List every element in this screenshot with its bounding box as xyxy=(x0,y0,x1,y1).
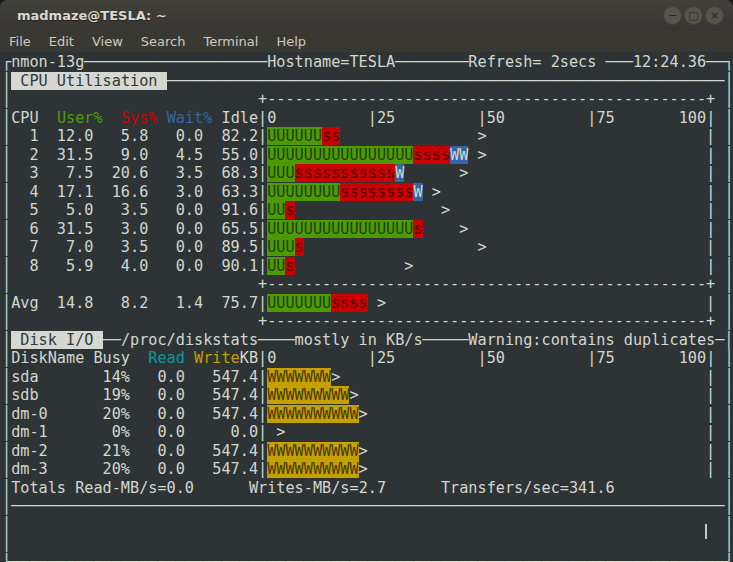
menu-edit[interactable]: Edit xyxy=(40,34,83,49)
terminal-line: │ 4 17.1 16.6 3.0 63.3|UUUUUUUUssssssssW… xyxy=(2,183,733,202)
terminal-line: │sda 14% 0.0 547.4|WWWWWWW> | │ xyxy=(2,368,733,387)
terminal-line: │Totals Read-MB/s=0.0 Writes-MB/s=2.7 Tr… xyxy=(2,479,733,498)
close-icon: × xyxy=(710,9,719,22)
terminal-line: │ 8 5.9 4.0 0.0 90.1|UUs > | │ xyxy=(2,257,733,276)
terminal-line: │ Disk I/O ──/proc/diskstats────mostly i… xyxy=(2,331,733,350)
terminal-screen[interactable]: ┌nmon-13g────────────────────Hostname=TE… xyxy=(0,52,733,562)
menu-help[interactable]: Help xyxy=(267,34,315,49)
terminal-line: │Avg 14.8 8.2 1.4 75.7|UUUUUUUssss > | │ xyxy=(2,294,733,313)
terminal-line: │───────────────────────────────────────… xyxy=(2,497,733,516)
menu-search[interactable]: Search xyxy=(132,34,195,49)
maximize-button[interactable]: □ xyxy=(684,6,703,25)
terminal-line: └───────────────────────────────────────… xyxy=(2,553,733,562)
terminal-window: madmaze@TESLA: ~ − □ × File Edit View Se… xyxy=(0,0,733,562)
maximize-icon: □ xyxy=(688,9,698,22)
menu-terminal[interactable]: Terminal xyxy=(194,34,267,49)
terminal-line: │sdb 19% 0.0 547.4|WWWWWWWWW> | │ xyxy=(2,386,733,405)
title-bar[interactable]: madmaze@TESLA: ~ − □ × xyxy=(0,0,733,31)
window-title: madmaze@TESLA: ~ xyxy=(17,8,167,23)
terminal-line: │dm-2 21% 0.0 547.4|WWWWWWWWWW> | │ xyxy=(2,442,733,461)
terminal-line: │ 7 7.0 3.5 0.0 89.5|UUUs > | │ xyxy=(2,238,733,257)
terminal-line: │dm-1 0% 0.0 0.0| > | │ xyxy=(2,423,733,442)
window-controls: − □ × xyxy=(663,6,724,25)
menu-bar: File Edit View Search Terminal Help xyxy=(0,31,733,52)
terminal-line: │dm-3 20% 0.0 547.4|WWWWWWWWWW> | │ xyxy=(2,460,733,479)
menu-view[interactable]: View xyxy=(83,34,132,49)
terminal-line: │ 5 5.0 3.5 0.0 91.6|UUs > | │ xyxy=(2,201,733,220)
terminal-line: │ │ xyxy=(2,534,733,553)
terminal-line: │dm-0 20% 0.0 547.4|WWWWWWWWWW> | │ xyxy=(2,405,733,424)
nmon-output: ┌nmon-13g────────────────────Hostname=TE… xyxy=(2,53,733,562)
terminal-line: │ +-------------------------------------… xyxy=(2,312,733,331)
terminal-line: │ +-------------------------------------… xyxy=(2,90,733,109)
terminal-line: │DiskName Busy Read WriteKB|0 |25 |50 |7… xyxy=(2,349,733,368)
terminal-line: ┌nmon-13g────────────────────Hostname=TE… xyxy=(2,53,733,72)
text-cursor xyxy=(705,524,707,539)
terminal-line: │ CPU Utilisation ──────────────────────… xyxy=(2,72,733,91)
terminal-line: │ 1 12.0 5.8 0.0 82.2|UUUUUUss > | │ xyxy=(2,127,733,146)
minimize-button[interactable]: − xyxy=(663,6,682,25)
terminal-line: │ │ xyxy=(2,516,733,535)
terminal-line: │CPU User% Sys% Wait% Idle|0 |25 |50 |75… xyxy=(2,109,733,128)
minimize-icon: − xyxy=(668,9,677,22)
terminal-line: │ 6 31.5 3.0 0.0 65.5|UUUUUUUUUUUUUUUUs … xyxy=(2,220,733,239)
terminal-line: │ 2 31.5 9.0 4.5 55.0|UUUUUUUUUUUUUUUUss… xyxy=(2,146,733,165)
menu-file[interactable]: File xyxy=(0,34,40,49)
close-button[interactable]: × xyxy=(705,6,724,25)
terminal-line: │ 3 7.5 20.6 3.5 68.3|UUUsssssssssssW > … xyxy=(2,164,733,183)
terminal-line: │ +-------------------------------------… xyxy=(2,275,733,294)
